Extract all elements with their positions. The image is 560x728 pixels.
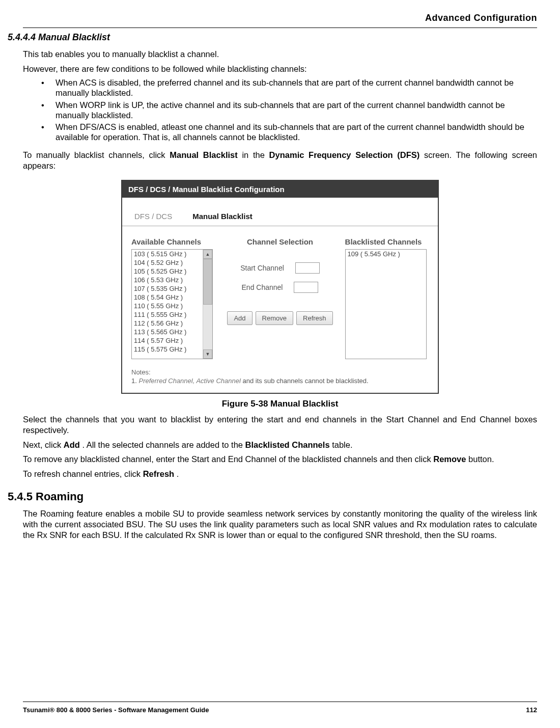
text-span: Next, click xyxy=(23,440,64,449)
instruction-paragraph: To manually blacklist channels, click Ma… xyxy=(23,150,537,171)
scroll-track[interactable] xyxy=(203,259,212,349)
condition-item: When ACS is disabled, the preferred chan… xyxy=(41,78,537,98)
available-channels-header: Available Channels xyxy=(131,237,201,246)
notes-title: Notes: xyxy=(131,368,429,376)
end-channel-input[interactable] xyxy=(294,282,318,293)
list-item[interactable]: 111 ( 5.555 GHz ) xyxy=(132,310,203,319)
tab-dfs-dcs[interactable]: DFS / DCS xyxy=(131,209,175,226)
intro-paragraph-2: However, there are few conditions to be … xyxy=(23,64,537,74)
after-paragraph-3: To remove any blacklisted channel, enter… xyxy=(23,454,537,465)
text-span: . All the selected channels are added to… xyxy=(82,440,245,449)
note-item: 1. Preferred Channel, Active Channel and… xyxy=(131,377,429,385)
refresh-button[interactable]: Refresh xyxy=(296,311,333,325)
list-item[interactable]: 114 ( 5.57 GHz ) xyxy=(132,336,203,345)
text-span: To manually blacklist channels, click xyxy=(23,150,170,159)
figure-caption: Figure 5-38 Manual Blacklist xyxy=(222,399,339,409)
scroll-down-icon[interactable]: ▼ xyxy=(203,349,212,359)
condition-item: When WORP link is UP, the active channel… xyxy=(41,100,537,121)
text-span-bold: Add xyxy=(64,440,80,449)
blacklisted-channels-listbox[interactable]: 109 ( 5.545 GHz ) xyxy=(345,249,427,359)
section-heading: 5.4.4.4 Manual Blacklist xyxy=(8,32,537,43)
note-italic: Preferred Channel, Active Channel xyxy=(138,377,240,385)
text-span: table. xyxy=(332,440,352,449)
intro-paragraph-1: This tab enables you to manually blackli… xyxy=(23,49,537,60)
footer-rule xyxy=(23,702,537,702)
footer-left: Tsunami® 800 & 8000 Series - Software Ma… xyxy=(23,706,209,714)
scrollbar[interactable]: ▲ ▼ xyxy=(203,250,212,359)
list-item[interactable]: 103 ( 5.515 GHz ) xyxy=(132,250,203,258)
end-channel-label: End Channel xyxy=(242,283,283,291)
list-item[interactable]: 105 ( 5.525 GHz ) xyxy=(132,267,203,276)
header-rule xyxy=(23,28,537,28)
after-paragraph-4: To refresh channel entries, click Refres… xyxy=(23,469,537,479)
app-window: DFS / DCS / Manual Blacklist Configurati… xyxy=(121,180,439,394)
start-channel-label: Start Channel xyxy=(240,264,284,272)
window-title-bar: DFS / DCS / Manual Blacklist Configurati… xyxy=(122,181,438,198)
tab-row: DFS / DCS Manual Blacklist xyxy=(122,198,438,226)
page-footer: Tsunami® 800 & 8000 Series - Software Ma… xyxy=(23,702,537,714)
list-item[interactable]: 110 ( 5.55 GHz ) xyxy=(132,302,203,310)
scroll-thumb[interactable] xyxy=(203,259,212,305)
text-span: To refresh channel entries, click xyxy=(23,469,143,478)
list-item[interactable]: 107 ( 5.535 GHz ) xyxy=(132,284,203,293)
list-item[interactable]: 113 ( 5.565 GHz ) xyxy=(132,328,203,336)
text-span-bold: Manual Blacklist xyxy=(170,150,237,159)
scroll-up-icon[interactable]: ▲ xyxy=(203,250,212,259)
text-span: . xyxy=(177,469,179,478)
blacklisted-channels-header: Blacklisted Channels xyxy=(345,237,422,246)
text-span-bold: Refresh xyxy=(143,469,174,478)
text-span-bold: Remove xyxy=(433,454,466,464)
chapter-title: Advanced Configuration xyxy=(23,13,537,26)
text-span: button. xyxy=(468,454,494,464)
notes-block: Notes: 1. Preferred Channel, Active Chan… xyxy=(122,362,438,393)
list-item[interactable]: 106 ( 5.53 GHz ) xyxy=(132,276,203,284)
remove-button[interactable]: Remove xyxy=(256,311,293,325)
conditions-list: When ACS is disabled, the preferred chan… xyxy=(23,78,537,143)
subsection-body: The Roaming feature enables a mobile SU … xyxy=(23,508,537,540)
text-span: in the xyxy=(242,150,269,159)
add-button[interactable]: Add xyxy=(227,311,252,325)
note-number: 1. xyxy=(131,377,137,385)
after-paragraph-1: Select the channels that you want to bla… xyxy=(23,414,537,435)
list-item[interactable]: 109 ( 5.545 GHz ) xyxy=(346,250,426,258)
list-item[interactable]: 112 ( 5.56 GHz ) xyxy=(132,319,203,328)
start-channel-input[interactable] xyxy=(295,262,320,274)
text-span: To remove any blacklisted channel, enter… xyxy=(23,454,433,464)
list-item[interactable]: 115 ( 5.575 GHz ) xyxy=(132,345,203,354)
channel-selection-header: Channel Selection xyxy=(247,237,313,246)
text-span-bold: Dynamic Frequency Selection (DFS) xyxy=(269,150,420,159)
tab-manual-blacklist[interactable]: Manual Blacklist xyxy=(189,209,256,226)
subsection-heading: 5.4.5 Roaming xyxy=(8,490,537,503)
footer-page-number: 112 xyxy=(526,706,537,714)
available-channels-listbox[interactable]: 103 ( 5.515 GHz ) 104 ( 5.52 GHz ) 105 (… xyxy=(131,249,213,359)
condition-item: When DFS/ACS is enabled, atleast one cha… xyxy=(41,122,537,143)
note-rest: and its sub channels cannot be blacklist… xyxy=(243,377,369,385)
list-item[interactable]: 108 ( 5.54 GHz ) xyxy=(132,293,203,302)
text-span-bold: Blacklisted Channels xyxy=(245,440,330,449)
after-paragraph-2: Next, click Add . All the selected chann… xyxy=(23,440,537,450)
list-item[interactable]: 104 ( 5.52 GHz ) xyxy=(132,258,203,267)
